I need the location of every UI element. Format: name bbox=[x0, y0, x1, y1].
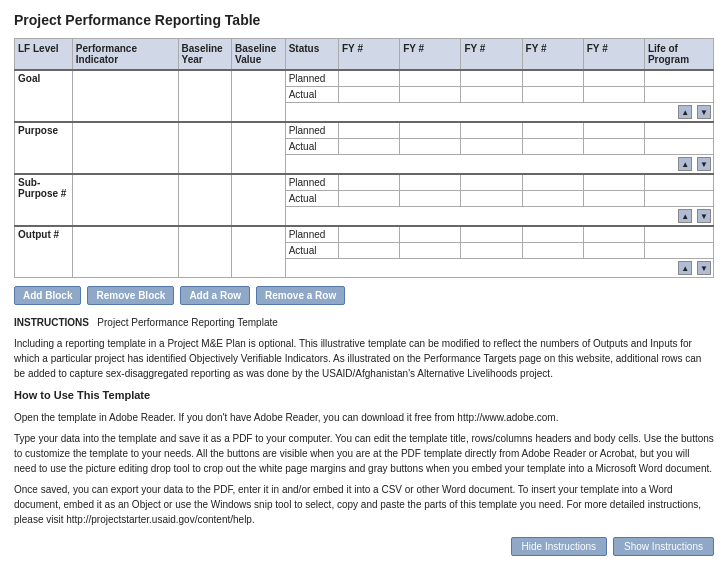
output-icon-cell: ▲ ▼ bbox=[285, 259, 713, 278]
instructions-section: INSTRUCTIONS Project Performance Reporti… bbox=[14, 315, 714, 527]
instructions-label: INSTRUCTIONS bbox=[14, 317, 89, 328]
indicator-purpose[interactable] bbox=[72, 122, 178, 174]
status-actual-goal: Actual bbox=[285, 87, 338, 103]
table-row-subpurpose: Sub-Purpose # Planned bbox=[15, 174, 714, 191]
col-fy2: FY # bbox=[400, 39, 461, 71]
purpose-icon-cell: ▲ ▼ bbox=[285, 155, 713, 175]
baseline-value-subpurpose[interactable] bbox=[232, 174, 286, 226]
hide-instructions-button[interactable]: Hide Instructions bbox=[511, 537, 607, 556]
purpose-icon-2[interactable]: ▼ bbox=[697, 157, 711, 171]
status-planned-purpose: Planned bbox=[285, 122, 338, 139]
performance-table: LF Level Performance Indicator Baseline … bbox=[14, 38, 714, 278]
table-row: Goal Planned bbox=[15, 70, 714, 87]
lf-subpurpose: Sub-Purpose # bbox=[15, 174, 73, 226]
col-baseline-value: Baseline Value bbox=[232, 39, 286, 71]
baseline-value-purpose[interactable] bbox=[232, 122, 286, 174]
subpurpose-icon-cell: ▲ ▼ bbox=[285, 207, 713, 227]
subpurpose-icon-1[interactable]: ▲ bbox=[678, 209, 692, 223]
baseline-year-output[interactable] bbox=[178, 226, 232, 278]
goal-icon-cell: ▲ ▼ bbox=[285, 103, 713, 123]
baseline-value-goal[interactable] bbox=[232, 70, 286, 122]
table-header: LF Level Performance Indicator Baseline … bbox=[15, 39, 714, 71]
how-to-title: How to Use This Template bbox=[14, 387, 714, 404]
status-planned-subpurpose: Planned bbox=[285, 174, 338, 191]
status-actual-output: Actual bbox=[285, 243, 338, 259]
status-planned-goal: Planned bbox=[285, 70, 338, 87]
col-status: Status bbox=[285, 39, 338, 71]
instructions-body1: Including a reporting template in a Proj… bbox=[14, 336, 714, 381]
purpose-icon-1[interactable]: ▲ bbox=[678, 157, 692, 171]
subpurpose-icon-2[interactable]: ▼ bbox=[697, 209, 711, 223]
add-block-button[interactable]: Add Block bbox=[14, 286, 81, 305]
instructions-body3: Type your data into the template and sav… bbox=[14, 431, 714, 476]
col-fy3: FY # bbox=[461, 39, 522, 71]
output-icon-2[interactable]: ▼ bbox=[697, 261, 711, 275]
col-lf-level: LF Level bbox=[15, 39, 73, 71]
baseline-year-subpurpose[interactable] bbox=[178, 174, 232, 226]
bottom-buttons: Hide Instructions Show Instructions bbox=[14, 537, 714, 556]
instructions-body2: Open the template in Adobe Reader. If yo… bbox=[14, 410, 714, 425]
instructions-body4: Once saved, you can export your data to … bbox=[14, 482, 714, 527]
indicator-goal[interactable] bbox=[72, 70, 178, 122]
table-action-buttons: Add Block Remove Block Add a Row Remove … bbox=[14, 286, 714, 305]
col-fy1: FY # bbox=[339, 39, 400, 71]
col-baseline-year: Baseline Year bbox=[178, 39, 232, 71]
indicator-output[interactable] bbox=[72, 226, 178, 278]
baseline-year-purpose[interactable] bbox=[178, 122, 232, 174]
status-actual-purpose: Actual bbox=[285, 139, 338, 155]
baseline-value-output[interactable] bbox=[232, 226, 286, 278]
table-body: Goal Planned Actual ▲ ▼ bbox=[15, 70, 714, 278]
remove-row-button[interactable]: Remove a Row bbox=[256, 286, 345, 305]
remove-block-button[interactable]: Remove Block bbox=[87, 286, 174, 305]
lf-goal: Goal bbox=[15, 70, 73, 122]
col-fy5: FY # bbox=[583, 39, 644, 71]
col-life-of-program: Life of Program bbox=[644, 39, 713, 71]
output-icon-1[interactable]: ▲ bbox=[678, 261, 692, 275]
status-actual-subpurpose: Actual bbox=[285, 191, 338, 207]
indicator-subpurpose[interactable] bbox=[72, 174, 178, 226]
add-row-button[interactable]: Add a Row bbox=[180, 286, 250, 305]
baseline-year-goal[interactable] bbox=[178, 70, 232, 122]
lf-output: Output # bbox=[15, 226, 73, 278]
goal-icon-2[interactable]: ▼ bbox=[697, 105, 711, 119]
table-row-purpose: Purpose Planned bbox=[15, 122, 714, 139]
instructions-subtitle: Project Performance Reporting Template bbox=[97, 317, 277, 328]
table-row-output: Output # Planned bbox=[15, 226, 714, 243]
show-instructions-button[interactable]: Show Instructions bbox=[613, 537, 714, 556]
col-performance-indicator: Performance Indicator bbox=[72, 39, 178, 71]
status-planned-output: Planned bbox=[285, 226, 338, 243]
page-title: Project Performance Reporting Table bbox=[14, 12, 714, 28]
lf-purpose: Purpose bbox=[15, 122, 73, 174]
col-fy4: FY # bbox=[522, 39, 583, 71]
goal-icon-1[interactable]: ▲ bbox=[678, 105, 692, 119]
